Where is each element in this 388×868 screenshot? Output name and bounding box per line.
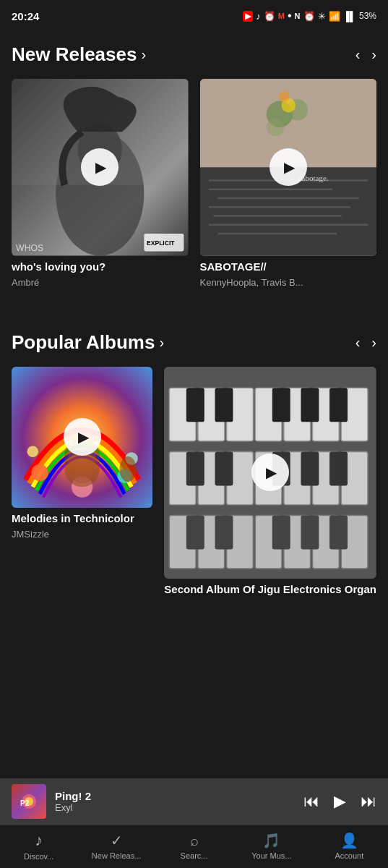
popular-albums-nav: ‹ › [355, 334, 376, 351]
play-icon-pa2: ▶ [266, 464, 277, 481]
music-icon: ♪ [256, 11, 261, 22]
alarm-icon: ⏰ [303, 11, 315, 22]
account-icon: 👤 [340, 832, 358, 849]
play-pause-button[interactable]: ▶ [334, 792, 346, 811]
svg-point-25 [31, 464, 48, 480]
next-track-button[interactable]: ⏭ [361, 792, 376, 811]
nav-your-music-label: Your Mus... [251, 851, 291, 860]
svg-rect-43 [272, 388, 290, 422]
svg-rect-57 [329, 451, 348, 485]
youtube-icon: ▶ [243, 11, 253, 22]
battery-level: 53% [359, 11, 376, 21]
svg-point-12 [266, 119, 283, 136]
now-playing-artist: Exyl [55, 802, 295, 813]
bluetooth-icon: ✳ [318, 11, 326, 22]
nav-new-releases[interactable]: ✓ New Releas... [77, 832, 155, 860]
album-art-wrap-pa2[interactable]: ▶ [164, 367, 376, 579]
svg-rect-53 [186, 451, 204, 485]
discover-icon: ♪ [35, 831, 43, 850]
album-card-nr1: EXPLICIT WHOS ▶ who's loving you? Ambré [12, 79, 189, 288]
new-releases-header: New Releases › ‹ › [0, 36, 388, 73]
album-name-pa1: Melodies in Technicolor [12, 512, 152, 524]
svg-text:WHOS: WHOS [16, 243, 43, 253]
nav-discover[interactable]: ♪ Discov... [0, 831, 77, 861]
play-button-pa2[interactable]: ▶ [251, 454, 289, 491]
status-bar: 20:24 ▶ ♪ ⏰ M • N ⏰ ✳ 📶 ▐▌ 53% [0, 0, 388, 29]
now-playing-info: Ping! 2 Exyl [55, 790, 295, 813]
clock-icon: ⏰ [264, 11, 275, 22]
play-icon-nr2: ▶ [284, 158, 295, 176]
status-icons: ▶ ♪ ⏰ M • N ⏰ ✳ 📶 ▐▌ 53% [243, 9, 376, 22]
new-releases-nav: ‹ › [355, 46, 376, 63]
play-icon-nr1: ▶ [95, 158, 106, 176]
popular-albums-next[interactable]: › [371, 334, 376, 351]
album-artist-pa1: JMSizzle [12, 529, 152, 540]
album-name-nr1: who's loving you? [12, 260, 189, 273]
dot-icon: • [288, 9, 292, 22]
signal-icon: ▐▌ [343, 11, 356, 22]
svg-rect-69 [329, 515, 348, 549]
svg-rect-42 [215, 388, 233, 422]
svg-rect-54 [215, 451, 233, 485]
svg-point-14 [278, 91, 289, 102]
nav-new-releases-label: New Releas... [92, 851, 141, 860]
play-button-nr1[interactable]: ▶ [81, 148, 118, 186]
album-card-pa1: ▶ Melodies in Technicolor JMSizzle [12, 367, 152, 600]
new-releases-next[interactable]: › [371, 46, 376, 63]
svg-rect-67 [272, 515, 290, 549]
new-releases-title: New Releases [12, 43, 137, 66]
nav-discover-label: Discov... [24, 852, 53, 861]
popular-albums-title: Popular Albums [12, 331, 155, 354]
nav-your-music[interactable]: 🎵 Your Mus... [233, 832, 310, 860]
svg-point-30 [119, 456, 136, 482]
album-artist-nr2: KennyHoopla, Travis B... [200, 277, 377, 288]
new-releases-nav-icon: ✓ [111, 832, 123, 849]
new-releases-grid: EXPLICIT WHOS ▶ who's loving you? Ambré [0, 79, 388, 302]
popular-albums-prev[interactable]: ‹ [355, 334, 361, 351]
svg-rect-68 [301, 515, 319, 549]
svg-rect-44 [301, 388, 319, 422]
play-button-pa1[interactable]: ▶ [64, 418, 101, 456]
svg-rect-66 [215, 515, 233, 549]
album-name-nr2: SABOTAGE// [200, 260, 377, 273]
gmail-icon: M [278, 12, 285, 20]
now-playing-art: P2 [12, 784, 46, 819]
nav-account-label: Account [335, 851, 363, 860]
svg-text:P2: P2 [20, 799, 30, 807]
svg-rect-56 [301, 451, 319, 485]
album-art-wrap-pa1[interactable]: ▶ [12, 367, 152, 508]
play-button-nr2[interactable]: ▶ [270, 148, 307, 186]
new-releases-chevron: › [141, 46, 146, 63]
album-name-pa2: Second Album Of Jigu Electronics Organ [164, 583, 376, 595]
nav-search[interactable]: ⌕ Searc... [155, 833, 233, 860]
your-music-icon: 🎵 [262, 832, 280, 849]
play-icon-pa1: ▶ [78, 428, 89, 446]
nav-account[interactable]: 👤 Account [311, 832, 388, 860]
now-playing-controls: ⏮ ▶ ⏭ [303, 792, 376, 811]
search-nav-icon: ⌕ [190, 833, 199, 849]
status-time: 20:24 [12, 10, 39, 22]
svg-rect-41 [186, 388, 204, 422]
svg-text:EXPLICIT: EXPLICIT [147, 239, 175, 247]
svg-point-27 [27, 446, 38, 457]
album-card-pa2: ▶ Second Album Of Jigu Electronics Organ [164, 367, 376, 600]
popular-albums-title-wrap[interactable]: Popular Albums › [12, 331, 164, 354]
album-art-wrap-nr2[interactable]: Sabotage. ▶ [200, 79, 377, 256]
main-content: New Releases › ‹ › [0, 29, 388, 614]
album-artist-nr1: Ambré [12, 277, 189, 288]
popular-albums-header: Popular Albums › ‹ › [0, 324, 388, 361]
popular-albums-chevron: › [159, 334, 164, 351]
nfc-icon: N [295, 12, 301, 20]
svg-rect-45 [329, 388, 348, 422]
nav-search-label: Searc... [181, 851, 208, 860]
bottom-nav: ♪ Discov... ✓ New Releas... ⌕ Searc... 🎵… [0, 825, 388, 868]
album-card-nr2: Sabotage. ▶ SABOTAGE// KennyHoopla, Trav… [200, 79, 377, 288]
svg-rect-65 [186, 515, 204, 549]
new-releases-title-wrap[interactable]: New Releases › [12, 43, 146, 66]
now-playing-bar[interactable]: P2 Ping! 2 Exyl ⏮ ▶ ⏭ [0, 778, 388, 825]
new-releases-prev[interactable]: ‹ [355, 46, 361, 63]
wifi-icon: 📶 [329, 11, 340, 22]
album-art-wrap-nr1[interactable]: EXPLICIT WHOS ▶ [12, 79, 189, 256]
now-playing-title: Ping! 2 [55, 790, 295, 802]
prev-track-button[interactable]: ⏮ [303, 792, 319, 811]
